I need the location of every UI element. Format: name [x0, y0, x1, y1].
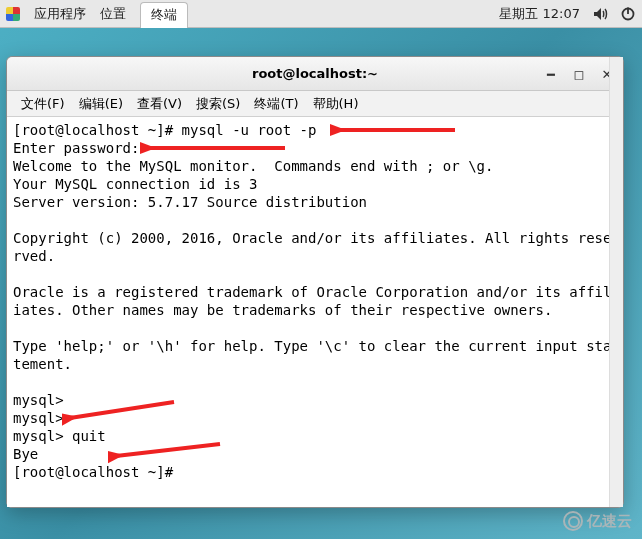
volume-icon[interactable]: [592, 6, 608, 22]
terminal-output[interactable]: [root@localhost ~]# mysql -u root -p Ent…: [7, 117, 623, 507]
active-app-tab[interactable]: 终端: [140, 2, 188, 28]
clock-label[interactable]: 星期五 12:07: [499, 5, 580, 23]
window-title: root@localhost:~: [252, 66, 378, 81]
applications-menu[interactable]: 应用程序: [34, 5, 86, 23]
maximize-button[interactable]: ◻: [569, 64, 589, 84]
window-titlebar[interactable]: root@localhost:~ ━ ◻ ✕: [7, 57, 623, 91]
menu-search[interactable]: 搜索(S): [190, 93, 246, 115]
places-menu[interactable]: 位置: [100, 5, 126, 23]
watermark: 亿速云: [563, 511, 632, 531]
minimize-button[interactable]: ━: [541, 64, 561, 84]
window-menubar: 文件(F) 编辑(E) 查看(V) 搜索(S) 终端(T) 帮助(H): [7, 91, 623, 117]
activities-icon[interactable]: [6, 7, 20, 21]
desktop-top-bar: 应用程序 位置 终端 星期五 12:07: [0, 0, 642, 28]
watermark-icon: [563, 511, 583, 531]
menu-terminal[interactable]: 终端(T): [248, 93, 304, 115]
menu-view[interactable]: 查看(V): [131, 93, 188, 115]
terminal-scrollbar[interactable]: [609, 57, 623, 507]
watermark-text: 亿速云: [587, 512, 632, 531]
menu-help[interactable]: 帮助(H): [307, 93, 365, 115]
power-icon[interactable]: [620, 6, 636, 22]
menu-file[interactable]: 文件(F): [15, 93, 71, 115]
menu-edit[interactable]: 编辑(E): [73, 93, 129, 115]
terminal-window: root@localhost:~ ━ ◻ ✕ 文件(F) 编辑(E) 查看(V)…: [6, 56, 624, 508]
